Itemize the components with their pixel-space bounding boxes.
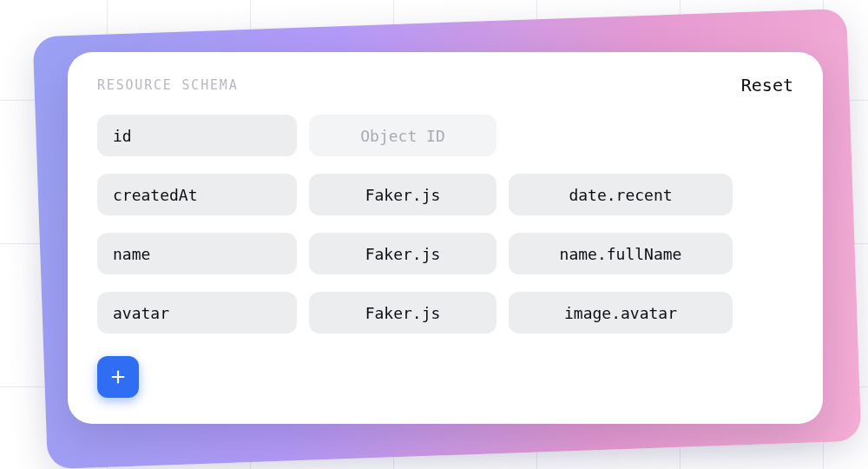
section-title: RESOURCE SCHEMA — [97, 77, 238, 93]
add-field-button[interactable] — [97, 356, 139, 398]
canvas: RESOURCE SCHEMA Reset id Object ID creat… — [0, 0, 868, 469]
schema-row: name Faker.js name.fullName — [97, 233, 793, 274]
schema-row: avatar Faker.js image.avatar — [97, 292, 793, 334]
field-option-select[interactable]: image.avatar — [509, 292, 733, 334]
add-row-wrap — [97, 356, 793, 398]
field-name-input[interactable]: createdAt — [97, 174, 297, 215]
field-type-select[interactable]: Faker.js — [309, 292, 496, 334]
field-type-select[interactable]: Object ID — [309, 115, 496, 156]
field-name-input[interactable]: name — [97, 233, 297, 274]
field-name-input[interactable]: id — [97, 115, 297, 156]
field-name-input[interactable]: avatar — [97, 292, 297, 334]
plus-icon — [108, 367, 128, 386]
field-option-select[interactable]: name.fullName — [509, 233, 733, 274]
schema-row: id Object ID — [97, 115, 793, 156]
field-type-select[interactable]: Faker.js — [309, 233, 496, 274]
field-option-select[interactable]: date.recent — [509, 174, 733, 215]
card-header: RESOURCE SCHEMA Reset — [97, 75, 793, 96]
schema-rows: id Object ID createdAt Faker.js date.rec… — [97, 115, 793, 334]
schema-row: createdAt Faker.js date.recent — [97, 174, 793, 215]
reset-button[interactable]: Reset — [741, 75, 793, 96]
field-type-select[interactable]: Faker.js — [309, 174, 496, 215]
resource-schema-card: RESOURCE SCHEMA Reset id Object ID creat… — [68, 52, 823, 424]
